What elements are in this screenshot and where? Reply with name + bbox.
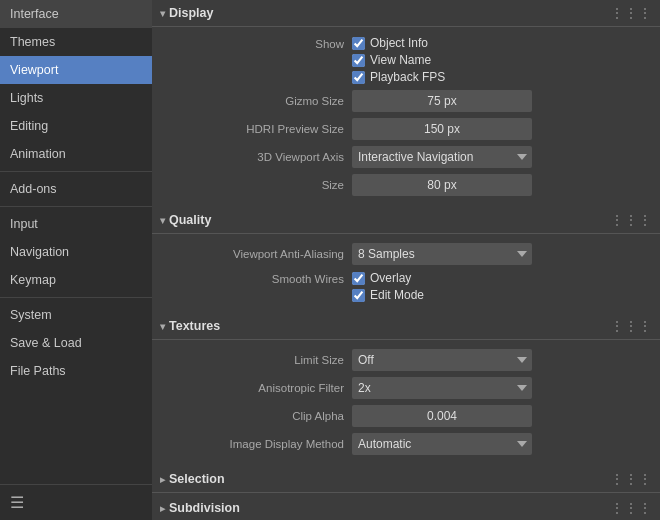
show-row: Show Object Info View Name Playback FPS	[152, 33, 660, 87]
section-display: ▾ Display ⋮⋮⋮ Show Object Info View Name	[152, 0, 660, 205]
chevron-textures: ▾	[160, 321, 165, 332]
prop-label-image-display: Image Display Method	[152, 438, 352, 450]
section-title-display: Display	[169, 6, 213, 20]
sidebar-item-system[interactable]: System	[0, 301, 152, 329]
section-dots-quality: ⋮⋮⋮	[610, 212, 652, 228]
prop-value-clip-alpha	[352, 405, 652, 427]
sidebar-item-animation[interactable]: Animation	[0, 140, 152, 168]
section-title-textures: Textures	[169, 319, 220, 333]
prop-row-size: Size	[152, 171, 660, 199]
sidebar-item-viewport[interactable]: Viewport	[0, 56, 152, 84]
prop-row-hdri: HDRI Preview Size	[152, 115, 660, 143]
section-content-quality: Viewport Anti-Aliasing No Anti-Aliasing …	[152, 234, 660, 311]
checkbox-playback-fps[interactable]	[352, 71, 365, 84]
checkbox-edit-mode[interactable]	[352, 289, 365, 302]
prop-row-image-display: Image Display Method Automatic GLSL Sten…	[152, 430, 660, 458]
prop-row-limit-size: Limit Size Off 128 256 512 1024 2048	[152, 346, 660, 374]
prop-value-limit-size: Off 128 256 512 1024 2048	[352, 349, 652, 371]
checkbox-row-object-info: Object Info	[352, 36, 445, 50]
section-quality: ▾ Quality ⋮⋮⋮ Viewport Anti-Aliasing No …	[152, 207, 660, 311]
section-selection: ▸ Selection ⋮⋮⋮	[152, 466, 660, 493]
sidebar-item-input[interactable]: Input	[0, 210, 152, 238]
show-label: Show	[152, 36, 352, 50]
prop-value-hdri	[352, 118, 652, 140]
sidebar-item-add-ons[interactable]: Add-ons	[0, 175, 152, 203]
checkbox-row-view-name: View Name	[352, 53, 445, 67]
section-dots-subdivision: ⋮⋮⋮	[610, 500, 652, 516]
prop-row-clip-alpha: Clip Alpha	[152, 402, 660, 430]
prop-row-antialiasing: Viewport Anti-Aliasing No Anti-Aliasing …	[152, 240, 660, 268]
divider-1	[0, 171, 152, 172]
section-header-quality[interactable]: ▾ Quality ⋮⋮⋮	[152, 207, 660, 234]
main-content: ▾ Display ⋮⋮⋮ Show Object Info View Name	[152, 0, 660, 520]
sidebar-item-navigation[interactable]: Navigation	[0, 238, 152, 266]
select-antialiasing[interactable]: No Anti-Aliasing FXAA 8 Samples 16 Sampl…	[352, 243, 532, 265]
chevron-selection: ▸	[160, 474, 165, 485]
select-image-display[interactable]: Automatic GLSL Stencil	[352, 433, 532, 455]
section-header-selection[interactable]: ▸ Selection ⋮⋮⋮	[152, 466, 660, 493]
input-size[interactable]	[352, 174, 532, 196]
checkbox-label-view-name: View Name	[370, 53, 431, 67]
sidebar-item-interface[interactable]: Interface	[0, 0, 152, 28]
checkbox-label-edit-mode: Edit Mode	[370, 288, 424, 302]
smooth-wires-group: Overlay Edit Mode	[352, 271, 424, 302]
divider-2	[0, 206, 152, 207]
section-header-textures[interactable]: ▾ Textures ⋮⋮⋮	[152, 313, 660, 340]
checkbox-view-name[interactable]	[352, 54, 365, 67]
checkbox-object-info[interactable]	[352, 37, 365, 50]
checkbox-row-overlay: Overlay	[352, 271, 424, 285]
sidebar-item-keymap[interactable]: Keymap	[0, 266, 152, 294]
divider-3	[0, 297, 152, 298]
prop-label-size: Size	[152, 179, 352, 191]
sidebar-item-file-paths[interactable]: File Paths	[0, 357, 152, 385]
input-clip-alpha[interactable]	[352, 405, 532, 427]
sidebar: Interface Themes Viewport Lights Editing…	[0, 0, 152, 520]
hamburger-icon[interactable]: ☰	[10, 494, 24, 511]
checkbox-label-playback-fps: Playback FPS	[370, 70, 445, 84]
sidebar-item-editing[interactable]: Editing	[0, 112, 152, 140]
select-viewport-axis[interactable]: Interactive Navigation Fixed Hidden	[352, 146, 532, 168]
prop-value-anisotropic: Off 2x 4x 8x 16x	[352, 377, 652, 399]
section-textures: ▾ Textures ⋮⋮⋮ Limit Size Off 128 256 51…	[152, 313, 660, 464]
sidebar-item-lights[interactable]: Lights	[0, 84, 152, 112]
prop-label-limit-size: Limit Size	[152, 354, 352, 366]
chevron-quality: ▾	[160, 215, 165, 226]
prop-value-gizmo-size	[352, 90, 652, 112]
smooth-wires-row: Smooth Wires Overlay Edit Mode	[152, 268, 660, 305]
prop-label-hdri: HDRI Preview Size	[152, 123, 352, 135]
input-gizmo-size[interactable]	[352, 90, 532, 112]
section-dots-display: ⋮⋮⋮	[610, 5, 652, 21]
prop-row-viewport-axis: 3D Viewport Axis Interactive Navigation …	[152, 143, 660, 171]
sidebar-item-themes[interactable]: Themes	[0, 28, 152, 56]
section-header-display[interactable]: ▾ Display ⋮⋮⋮	[152, 0, 660, 27]
checkbox-label-overlay: Overlay	[370, 271, 411, 285]
section-dots-selection: ⋮⋮⋮	[610, 471, 652, 487]
prop-row-gizmo-size: Gizmo Size	[152, 87, 660, 115]
sidebar-bottom: ☰	[0, 484, 152, 520]
prop-value-image-display: Automatic GLSL Stencil	[352, 433, 652, 455]
select-limit-size[interactable]: Off 128 256 512 1024 2048	[352, 349, 532, 371]
section-content-textures: Limit Size Off 128 256 512 1024 2048 Ani…	[152, 340, 660, 464]
checkbox-row-playback-fps: Playback FPS	[352, 70, 445, 84]
prop-label-clip-alpha: Clip Alpha	[152, 410, 352, 422]
prop-label-antialiasing: Viewport Anti-Aliasing	[152, 248, 352, 260]
prop-value-antialiasing: No Anti-Aliasing FXAA 8 Samples 16 Sampl…	[352, 243, 652, 265]
section-title-selection: Selection	[169, 472, 225, 486]
prop-label-anisotropic: Anisotropic Filter	[152, 382, 352, 394]
section-title-quality: Quality	[169, 213, 211, 227]
section-header-subdivision[interactable]: ▸ Subdivision ⋮⋮⋮	[152, 495, 660, 520]
select-anisotropic[interactable]: Off 2x 4x 8x 16x	[352, 377, 532, 399]
input-hdri[interactable]	[352, 118, 532, 140]
smooth-wires-label: Smooth Wires	[152, 271, 352, 285]
checkbox-row-edit-mode: Edit Mode	[352, 288, 424, 302]
checkbox-overlay[interactable]	[352, 272, 365, 285]
prop-label-viewport-axis: 3D Viewport Axis	[152, 151, 352, 163]
show-checkbox-group: Object Info View Name Playback FPS	[352, 36, 445, 84]
sidebar-item-save-load[interactable]: Save & Load	[0, 329, 152, 357]
prop-value-size	[352, 174, 652, 196]
section-title-subdivision: Subdivision	[169, 501, 240, 515]
prop-row-anisotropic: Anisotropic Filter Off 2x 4x 8x 16x	[152, 374, 660, 402]
section-subdivision: ▸ Subdivision ⋮⋮⋮	[152, 495, 660, 520]
section-content-display: Show Object Info View Name Playback FPS	[152, 27, 660, 205]
chevron-subdivision: ▸	[160, 503, 165, 514]
